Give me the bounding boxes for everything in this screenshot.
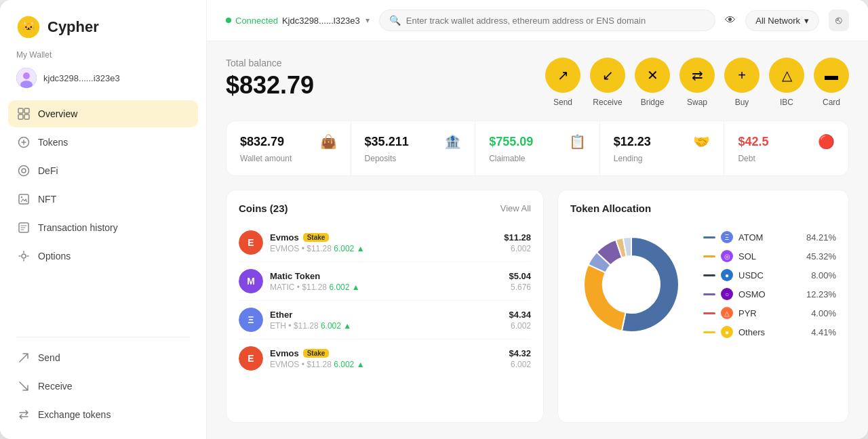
coin-fiat-amount: $11.28	[504, 232, 531, 243]
topbar: Connected Kjdc3298......l323e3 ▾ 🔍 👁 All…	[207, 0, 868, 41]
sidebar-divider	[16, 337, 190, 337]
stat-debt-label: Debt	[738, 154, 835, 163]
tokens-icon	[18, 136, 30, 148]
coin-badge: Stake	[303, 233, 330, 242]
coin-icon: M	[239, 269, 263, 293]
svg-point-11	[22, 169, 26, 173]
legend-item: ○ OSMO 12.23%	[703, 288, 836, 300]
legend-color-dash	[703, 331, 715, 333]
coins-list: E Evmos Stake EVMOS • $11.28 6.002 ▲ $11…	[239, 224, 531, 377]
app-name: Cypher	[47, 18, 99, 36]
card-button-label: Card	[823, 98, 840, 107]
legend-token-pct: 4.41%	[811, 327, 836, 337]
network-selector[interactable]: All Network ▾	[745, 10, 819, 31]
sidebar-item-defi[interactable]: DeFi	[8, 157, 198, 184]
legend-color-dash	[703, 236, 715, 238]
coin-icon: Ξ	[239, 308, 263, 332]
sidebar-item-label: DeFi	[38, 165, 58, 176]
coin-fiat-amount: $5.04	[509, 271, 531, 281]
coin-row: E Evmos Stake EVMOS • $11.28 6.002 ▲ $11…	[239, 224, 531, 262]
transaction-history-icon	[18, 222, 30, 234]
sidebar-item-label: Overview	[38, 108, 77, 119]
coin-fiat-amount: $4.34	[509, 310, 531, 320]
sidebar-item-receive[interactable]: Receive	[8, 373, 198, 400]
coin-amounts: $5.04 5.676	[509, 271, 531, 292]
sidebar-item-label: Send	[38, 352, 60, 363]
legend-item: ◎ SOL 45.32%	[703, 250, 836, 262]
legend-token-pct: 12.23%	[806, 289, 836, 299]
sidebar-item-tokens[interactable]: Tokens	[8, 129, 198, 156]
stat-lending-amount: $12.23	[614, 135, 651, 149]
swap-button-label: Swap	[687, 98, 707, 107]
send-action-button[interactable]: ↗ Send	[545, 58, 580, 107]
legend-item: ● USDC 8.00%	[703, 269, 836, 281]
logout-button[interactable]: ⎋	[829, 9, 849, 31]
coin-row: M Matic Token MATIC • $11.28 6.002 ▲ $5.…	[239, 262, 531, 301]
stat-debt: $42.5 🔴 Debt	[724, 121, 848, 175]
coin-badge: Stake	[303, 349, 330, 358]
debt-stat-icon: 🔴	[818, 133, 835, 150]
sidebar-item-label: Tokens	[38, 137, 68, 148]
swap-action-button[interactable]: ⇄ Swap	[679, 58, 715, 107]
chevron-down-icon: ▾	[804, 16, 809, 26]
buy-button-circle: +	[724, 58, 760, 93]
stat-deposits: $35.211 🏦 Deposits	[351, 121, 476, 175]
sidebar-item-exchange-tokens[interactable]: Exchange tokens	[8, 401, 198, 428]
coin-sub: EVMOS • $11.28 6.002 ▲	[270, 244, 497, 253]
wallet-section-label: My Wallet	[0, 50, 206, 64]
chevron-down-icon[interactable]: ▾	[366, 16, 370, 25]
legend-item: ● Others 4.41%	[703, 326, 836, 338]
coin-icon: E	[239, 230, 263, 255]
coin-sub: ETH • $11.28 6.002 ▲	[270, 321, 502, 331]
legend-token-name: PYR	[738, 308, 806, 318]
coin-row: Ξ Ether ETH • $11.28 6.002 ▲ $4.34 6.002	[239, 301, 531, 339]
wallet-stat-icon: 👜	[320, 133, 337, 150]
stat-claimable-amount: $755.09	[489, 135, 533, 149]
svg-rect-7	[18, 114, 23, 119]
view-all-button[interactable]: View All	[500, 203, 531, 213]
coin-name: Evmos	[270, 232, 299, 243]
card-action-button[interactable]: ▬ Card	[814, 58, 849, 107]
coin-name: Evmos	[270, 348, 299, 358]
coin-count: 6.002	[504, 244, 531, 253]
legend-color-dash	[703, 274, 715, 276]
card-button-circle: ▬	[814, 58, 849, 93]
svg-point-3	[23, 72, 30, 79]
eye-icon: 👁	[725, 14, 736, 26]
send-button-label: Send	[553, 98, 572, 107]
coin-fiat-amount: $4.32	[509, 348, 531, 358]
legend-token-icon: ●	[721, 269, 733, 281]
stat-deposits-amount: $35.211	[365, 135, 409, 149]
sidebar-item-options[interactable]: Options	[8, 243, 198, 270]
buy-button-label: Buy	[735, 98, 749, 107]
sidebar-item-nft[interactable]: NFT	[8, 186, 198, 213]
bridge-action-button[interactable]: ✕ Bridge	[635, 58, 670, 107]
donut-chart	[570, 224, 692, 346]
legend-color-dash	[703, 255, 715, 257]
sidebar-item-send[interactable]: Send	[8, 344, 198, 371]
sidebar-item-transaction-history[interactable]: Transaction history	[8, 214, 198, 241]
lower-section: Coins (23) View All E Evmos Stake EVMOS …	[226, 190, 849, 423]
buy-action-button[interactable]: + Buy	[724, 58, 760, 107]
coin-icon: E	[239, 346, 263, 371]
token-allocation-legend: Ξ ATOM 84.21% ◎ SOL 45.32% ● USDC 8.00% …	[703, 231, 836, 338]
total-balance-amount: $832.79	[226, 71, 314, 100]
coin-amounts: $4.32 6.002	[509, 348, 531, 369]
coin-sub: MATIC • $11.28 6.002 ▲	[270, 283, 502, 292]
legend-token-icon: △	[721, 307, 733, 319]
receive-action-button[interactable]: ↙ Receive	[590, 58, 625, 107]
ibc-action-button[interactable]: △ IBC	[769, 58, 804, 107]
sidebar-item-label: Options	[38, 251, 71, 262]
allocation-title: Token Allocation	[570, 203, 836, 214]
legend-token-pct: 8.00%	[811, 270, 836, 280]
legend-token-icon: Ξ	[721, 231, 733, 243]
search-input[interactable]	[406, 16, 705, 26]
search-bar[interactable]: 🔍	[379, 9, 715, 31]
claimable-stat-icon: 📋	[569, 133, 586, 150]
send-icon	[18, 352, 30, 364]
bridge-button-circle: ✕	[635, 58, 670, 93]
main-content: Total balance $832.79 ↗ Send ↙ Receive ✕…	[207, 41, 868, 439]
stat-debt-amount: $42.5	[738, 135, 768, 149]
sidebar-item-overview[interactable]: Overview	[8, 100, 198, 127]
receive-button-label: Receive	[593, 98, 622, 107]
